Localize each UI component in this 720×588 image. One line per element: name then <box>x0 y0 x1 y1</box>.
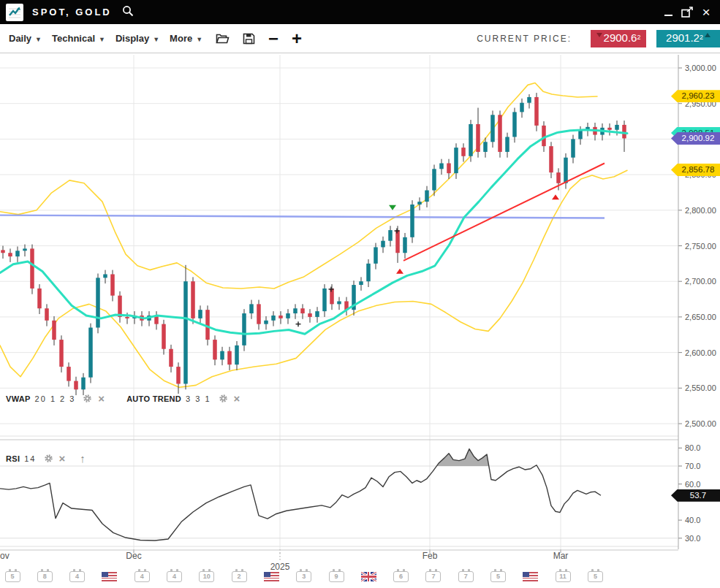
buy-signal-triangle-icon <box>396 269 403 274</box>
us-flag-event-icon[interactable] <box>102 572 117 581</box>
svg-text:2,650.00: 2,650.00 <box>685 313 716 321</box>
rsi-indicator-params: 14 <box>24 454 36 463</box>
vwap-upper-band <box>0 83 597 288</box>
uk-flag-event-icon[interactable] <box>361 572 376 581</box>
svg-text:2,750.00: 2,750.00 <box>685 242 716 251</box>
menu-technical[interactable]: Technical ▼ <box>52 33 105 44</box>
indicator-row-rsi: RSI 14 × ↑ <box>6 453 86 464</box>
chevron-down-icon: ▼ <box>153 36 159 43</box>
rsi-overbought-fill <box>0 449 601 541</box>
ask-price-badge: 2901.22 <box>656 30 720 47</box>
bid-price-badge: 2900.62 <box>591 30 646 47</box>
svg-text:70.0: 70.0 <box>685 462 700 470</box>
calendar-event-icon[interactable]: 8 <box>37 571 53 582</box>
svg-text:80.0: 80.0 <box>685 443 700 452</box>
us-flag-event-icon[interactable] <box>264 572 279 581</box>
rsi-indicator-label: RSI <box>6 454 20 463</box>
x-axis-label-mar: Mar <box>553 551 569 561</box>
rsi-settings-gear-icon[interactable] <box>44 454 53 463</box>
vwap-settings-gear-icon[interactable] <box>83 394 92 403</box>
rsi-value-badge: 53.7 <box>671 489 720 502</box>
trade-markers <box>296 194 560 327</box>
app-logo-icon <box>6 4 23 21</box>
calendar-event-icon[interactable]: 3 <box>296 571 311 582</box>
vwap-indicator-label: VWAP <box>6 394 31 403</box>
vwap-remove-icon[interactable]: × <box>98 394 105 403</box>
x-axis-label-feb: Feb <box>422 551 438 561</box>
svg-text:2,550.00: 2,550.00 <box>685 383 716 392</box>
x-axis-label-2025: 2025 <box>270 562 290 572</box>
price-axis-badge: 2,900.92 <box>671 132 720 145</box>
price-axis-badge: 2,856.78 <box>671 164 720 176</box>
auto-trend-ma <box>0 130 627 335</box>
us-flag-event-icon[interactable] <box>523 572 538 581</box>
close-button[interactable]: × <box>697 4 716 21</box>
chevron-down-icon: ▼ <box>35 36 42 43</box>
x-axis-label-nov: Nov <box>0 551 10 561</box>
calendar-event-icon[interactable]: 9 <box>329 571 344 582</box>
zoom-out-button[interactable]: − <box>268 31 278 46</box>
autotrend-settings-gear-icon[interactable] <box>219 394 228 403</box>
autotrend-indicator-label: AUTO TREND <box>126 394 181 403</box>
svg-text:40.0: 40.0 <box>685 516 700 524</box>
price-up-arrow-icon <box>705 33 710 37</box>
calendar-event-icon[interactable]: 10 <box>199 571 214 582</box>
vwap-indicator-params: 20 1 2 3 <box>35 394 76 403</box>
svg-text:60.0: 60.0 <box>685 480 700 489</box>
calendar-event-icon[interactable]: 11 <box>556 571 571 582</box>
current-price-label: CURRENT PRICE: <box>477 34 572 44</box>
svg-text:2,600.00: 2,600.00 <box>685 348 716 357</box>
rsi-gridlines: 80.070.060.040.030.0 <box>0 443 700 543</box>
rsi-move-up-icon[interactable]: ↑ <box>80 452 86 465</box>
menu-more[interactable]: More ▼ <box>170 33 202 44</box>
instrument-title: SPOT, GOLD <box>32 7 112 18</box>
calendar-event-icon[interactable]: 4 <box>167 571 182 582</box>
rsi-remove-icon[interactable]: × <box>59 454 66 463</box>
svg-text:3,000.00: 3,000.00 <box>685 64 716 72</box>
vwap-lower-band <box>0 170 627 387</box>
candles-layer <box>1 93 626 395</box>
calendar-event-icon[interactable]: 7 <box>458 571 474 582</box>
popout-window-button[interactable] <box>678 4 697 21</box>
search-icon[interactable] <box>122 5 134 20</box>
sell-signal-triangle-icon <box>389 205 396 210</box>
calendar-event-icon[interactable]: 5 <box>588 571 603 582</box>
price-chart-svg[interactable]: 3,000.002,950.002,900.002,850.002,800.00… <box>0 53 720 588</box>
svg-text:2,800.00: 2,800.00 <box>685 206 716 215</box>
chevron-down-icon: ▼ <box>196 36 202 43</box>
vwap-anchor-line <box>0 215 605 218</box>
menu-daily[interactable]: Daily ▼ <box>9 33 42 44</box>
zoom-in-button[interactable]: + <box>292 31 302 46</box>
trading-app-window: SPOT, GOLD × Daily ▼ Technical ▼ <box>0 0 720 588</box>
autotrend-remove-icon[interactable]: × <box>234 394 240 403</box>
calendar-event-icon[interactable]: 2 <box>232 571 247 582</box>
price-gridlines: 3,000.002,950.002,900.002,850.002,800.00… <box>0 64 716 428</box>
menu-display[interactable]: Display ▼ <box>115 33 159 44</box>
calendar-event-icon[interactable]: 4 <box>69 571 85 582</box>
toolbar: Daily ▼ Technical ▼ Display ▼ More ▼ <box>0 24 720 53</box>
calendar-event-icon[interactable]: 6 <box>393 571 409 582</box>
title-bar: SPOT, GOLD × <box>0 0 720 24</box>
calendar-event-icon[interactable]: 5 <box>5 571 20 582</box>
autotrend-indicator-params: 3 3 1 <box>186 394 211 403</box>
save-icon[interactable] <box>243 33 255 45</box>
minimize-button[interactable] <box>659 4 678 21</box>
price-down-arrow-icon <box>596 33 602 37</box>
chart-area[interactable]: 3,000.002,950.002,900.002,850.002,800.00… <box>0 53 720 588</box>
calendar-event-icon[interactable]: 7 <box>425 571 441 582</box>
price-axis-badge: 2,960.23 <box>671 90 720 102</box>
x-axis-label-dec: Dec <box>126 551 141 561</box>
svg-text:30.0: 30.0 <box>685 534 700 543</box>
svg-text:2,500.00: 2,500.00 <box>685 419 716 428</box>
calendar-event-icon[interactable]: 4 <box>134 571 150 582</box>
rsi-line <box>0 449 601 541</box>
buy-signal-triangle-icon <box>552 194 559 199</box>
chevron-down-icon: ▼ <box>99 36 105 43</box>
calendar-event-icon[interactable]: 5 <box>490 571 506 582</box>
svg-text:2,700.00: 2,700.00 <box>685 277 716 286</box>
indicator-row-overlays: VWAP 20 1 2 3 × AUTO TREND 3 3 1 × <box>6 393 240 404</box>
open-folder-icon[interactable] <box>216 33 230 45</box>
